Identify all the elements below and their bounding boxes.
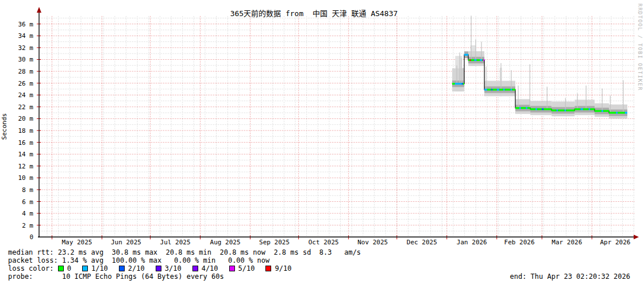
loss-color-swatch [192, 266, 198, 271]
svg-text:Sep 2025: Sep 2025 [259, 239, 290, 246]
y-axis-label: Seconds [1, 113, 8, 140]
svg-text:20 m: 20 m [18, 115, 34, 122]
svg-text:Jun 2025: Jun 2025 [111, 239, 141, 246]
svg-text:4 m: 4 m [22, 210, 33, 217]
loss-color-swatch [119, 266, 125, 271]
svg-text:24 m: 24 m [18, 91, 34, 99]
svg-text:14 m: 14 m [18, 151, 34, 158]
y-grid-minor [39, 18, 634, 231]
loss-color-legend: loss color: 01/102/103/104/105/109/10 [8, 264, 361, 273]
loss-color-item-label: 3/10 [165, 264, 182, 273]
loss-color-item: 3/10 [156, 264, 182, 273]
packet-loss-stats: packet loss: 1.34 % avg 100.00 % max 0.0… [8, 256, 361, 264]
svg-text:0: 0 [29, 233, 33, 241]
svg-text:36 m: 36 m [18, 21, 34, 28]
svg-text:May 2025: May 2025 [61, 239, 92, 246]
loss-color-swatch [156, 266, 161, 271]
svg-text:16 m: 16 m [18, 139, 34, 147]
svg-text:8 m: 8 m [22, 186, 33, 194]
y-axis-arrow [37, 7, 41, 13]
svg-text:Aug 2025: Aug 2025 [210, 239, 241, 246]
loss-color-item-label: 5/10 [238, 264, 255, 273]
x-grid-minor [47, 16, 634, 237]
smoke-bands [452, 45, 627, 119]
loss-color-item: 1/10 [82, 264, 108, 273]
loss-color-swatch [265, 266, 271, 271]
median-rtt-stats: median rtt: 23.2 ms avg 30.8 ms max 20.8… [8, 248, 361, 256]
svg-text:Nov 2025: Nov 2025 [357, 239, 388, 246]
svg-text:18 m: 18 m [18, 127, 34, 135]
svg-text:Mar 2026: Mar 2026 [552, 239, 582, 246]
loss-color-item-label: 9/10 [275, 264, 291, 273]
loss-color-items: 01/102/103/104/105/109/10 [58, 264, 303, 273]
svg-text:Feb 2026: Feb 2026 [504, 239, 535, 246]
svg-text:6 m: 6 m [22, 198, 33, 206]
loss-color-item-label: 1/10 [91, 264, 108, 273]
svg-text:2 m: 2 m [22, 222, 33, 229]
svg-text:30 m: 30 m [18, 56, 34, 63]
svg-text:10 m: 10 m [18, 174, 34, 182]
svg-text:Apr 2026: Apr 2026 [600, 239, 630, 246]
svg-text:Oct 2025: Oct 2025 [308, 239, 339, 246]
loss-color-item-label: 4/10 [202, 264, 218, 273]
loss-color-item-label: 0 [67, 264, 71, 273]
svg-text:34 m: 34 m [18, 32, 34, 40]
y-ticks: 02 m4 m6 m8 m10 m12 m14 m16 m18 m20 m22 … [18, 21, 41, 241]
svg-text:Jan 2026: Jan 2026 [457, 239, 487, 246]
loss-color-label: loss color: [8, 264, 58, 273]
svg-text:Dec 2025: Dec 2025 [407, 239, 437, 246]
loss-color-item: 9/10 [265, 264, 291, 273]
latency-chart: 02 m4 m6 m8 m10 m12 m14 m16 m18 m20 m22 … [0, 0, 644, 247]
smokeping-graph-page: 365天前的数据 from 中国 天津 联通 AS4837 02 m4 m6 m… [0, 0, 644, 284]
probe-info: probe: 10 ICMP Echo Pings (64 Bytes) eve… [8, 273, 361, 281]
loss-color-item: 5/10 [229, 264, 255, 273]
end-timestamp: end: Thu Apr 23 02:20:32 2026 [510, 273, 630, 281]
loss-color-swatch [229, 266, 235, 271]
svg-text:22 m: 22 m [18, 103, 34, 111]
rrdtool-watermark: RRDTOOL / TOBI OETIKER [637, 3, 643, 91]
loss-color-item-label: 2/10 [128, 264, 145, 273]
loss-color-item: 2/10 [119, 264, 145, 273]
loss-color-item: 4/10 [192, 264, 218, 273]
svg-text:32 m: 32 m [18, 44, 34, 52]
svg-text:28 m: 28 m [18, 68, 34, 75]
svg-text:12 m: 12 m [18, 163, 34, 170]
loss-color-swatch [58, 266, 64, 271]
stats-block: median rtt: 23.2 ms avg 30.8 ms max 20.8… [8, 248, 361, 281]
svg-text:26 m: 26 m [18, 80, 34, 87]
y-grid-major [39, 24, 634, 225]
loss-color-swatch [82, 266, 88, 271]
loss-color-item: 0 [58, 264, 71, 273]
x-axis-arrow [634, 235, 639, 239]
svg-text:Jul 2025: Jul 2025 [160, 239, 191, 246]
